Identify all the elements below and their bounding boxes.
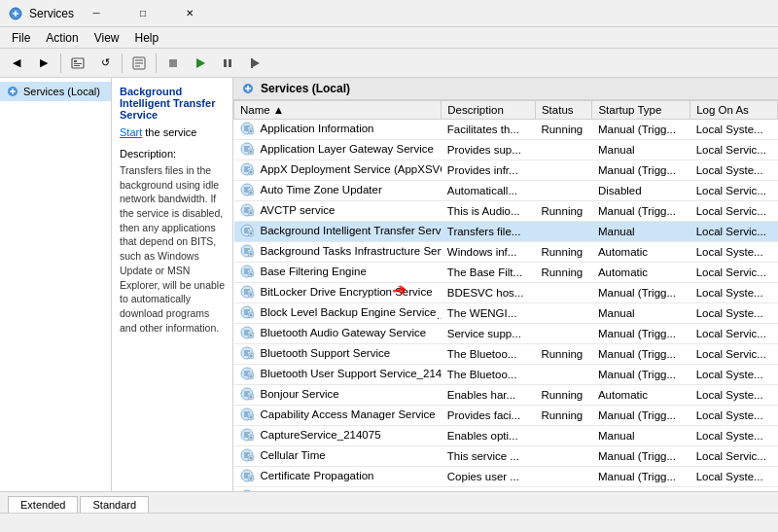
- col-logon[interactable]: Log On As: [690, 101, 778, 120]
- svg-rect-12: [229, 59, 231, 67]
- col-name[interactable]: Name ▲: [234, 101, 442, 120]
- svg-rect-3: [74, 63, 82, 64]
- table-row[interactable]: Application InformationFacilitates th...…: [234, 120, 778, 140]
- forward-button[interactable]: ▶: [31, 52, 56, 75]
- refresh-button[interactable]: ↺: [92, 52, 118, 75]
- service-logon: Local Servic...: [690, 181, 778, 201]
- tab-standard[interactable]: Standard: [80, 496, 149, 513]
- services-section-icon: [241, 82, 255, 95]
- up-button[interactable]: [65, 52, 90, 75]
- service-name: Base Filtering Engine: [234, 263, 442, 283]
- service-status: Running: [535, 385, 591, 406]
- services-table-wrapper: Services (Local) Name ▲ Description Stat…: [233, 78, 778, 491]
- service-status: [535, 181, 591, 201]
- menu-action[interactable]: Action: [38, 29, 86, 47]
- table-row[interactable]: Bluetooth User Support Service_214075The…: [234, 365, 778, 385]
- service-status: [535, 160, 591, 181]
- service-logon: Local Servic...: [690, 140, 778, 160]
- service-logon: Local Syste...: [690, 242, 778, 263]
- svg-point-53: [241, 490, 253, 491]
- col-description[interactable]: Description: [442, 101, 536, 120]
- service-logon: Local Servic...: [690, 446, 778, 467]
- sidebar-label: Services (Local): [23, 86, 100, 97]
- service-status: Running: [535, 201, 591, 222]
- service-logon: Local Syste...: [690, 467, 778, 487]
- service-logon: Local Servic...: [690, 344, 778, 365]
- service-logon: Local Syste...: [690, 487, 778, 492]
- service-logon: Local Syste...: [690, 365, 778, 385]
- service-description: Service supp...: [442, 324, 536, 344]
- info-panel: Background Intelligent Transfer Service …: [112, 78, 233, 491]
- table-row[interactable]: Client License Service (ClipSVC)Provides…: [234, 487, 778, 492]
- services-table: Name ▲ Description Status Startup Type L…: [233, 100, 778, 491]
- table-row[interactable]: Block Level Backup Engine ServiceThe WEN…: [234, 303, 778, 324]
- properties-button[interactable]: [126, 52, 152, 75]
- service-name: Certificate Propagation: [234, 467, 442, 487]
- play-button[interactable]: [188, 52, 213, 75]
- stop-button[interactable]: [160, 52, 186, 75]
- table-row[interactable]: Background Intelligent Transfer ServiceT…: [234, 222, 778, 242]
- table-row[interactable]: Base Filtering EngineThe Base Filt...Run…: [234, 263, 778, 283]
- close-button[interactable]: ✕: [167, 0, 212, 27]
- sidebar-item-services-local[interactable]: Services (Local): [0, 82, 111, 101]
- back-button[interactable]: ◀: [4, 52, 29, 75]
- start-service-link[interactable]: Start: [120, 126, 142, 138]
- table-row[interactable]: AVCTP serviceThis is Audio...RunningManu…: [234, 201, 778, 222]
- service-name: Capability Access Manager Service: [234, 406, 442, 426]
- service-description: Enables har...: [442, 385, 536, 406]
- col-startup[interactable]: Startup Type: [592, 101, 690, 120]
- toolbar: ◀ ▶ ↺: [0, 49, 778, 78]
- service-status: [535, 303, 591, 324]
- service-startup: Manual (Trigg...: [592, 487, 690, 492]
- main-container: Services (Local) Background Intelligent …: [0, 78, 778, 491]
- service-status: [535, 426, 591, 446]
- service-startup: Manual (Trigg...: [592, 446, 690, 467]
- service-startup: Manual (Trigg...: [592, 324, 690, 344]
- pause-button[interactable]: [215, 52, 240, 75]
- service-description: The Bluetoo...: [442, 365, 536, 385]
- col-status[interactable]: Status: [535, 101, 591, 120]
- table-row[interactable]: Bonjour ServiceEnables har...RunningAuto…: [234, 385, 778, 406]
- table-row[interactable]: Capability Access Manager ServiceProvide…: [234, 406, 778, 426]
- service-startup: Manual (Trigg...: [592, 201, 690, 222]
- table-row[interactable]: Certificate PropagationCopies user ...Ma…: [234, 467, 778, 487]
- service-status: Running: [535, 263, 591, 283]
- service-startup: Manual: [592, 303, 690, 324]
- table-row[interactable]: Background Tasks Infrastructure ServiceW…: [234, 242, 778, 263]
- menu-file[interactable]: File: [4, 29, 38, 47]
- table-row[interactable]: Cellular TimeThis service ...Manual (Tri…: [234, 446, 778, 467]
- table-row[interactable]: Bluetooth Audio Gateway ServiceService s…: [234, 324, 778, 344]
- restart-button[interactable]: [242, 52, 267, 75]
- service-description: Copies user ...: [442, 467, 536, 487]
- services-table-container[interactable]: Name ▲ Description Status Startup Type L…: [233, 100, 778, 491]
- table-row[interactable]: Auto Time Zone UpdaterAutomaticall...Dis…: [234, 181, 778, 201]
- svg-rect-4: [74, 65, 80, 66]
- service-description: The Base Filt...: [442, 263, 536, 283]
- service-name: Auto Time Zone Updater: [234, 181, 442, 201]
- table-row[interactable]: CaptureService_214075Enables opti...Manu…: [234, 426, 778, 446]
- services-section-label: Services (Local): [261, 82, 350, 95]
- service-description: Provides infr...: [442, 160, 536, 181]
- service-startup: Manual (Trigg...: [592, 120, 690, 140]
- table-row[interactable]: AppX Deployment Service (AppXSVC)Provide…: [234, 160, 778, 181]
- service-logon: Local Servic...: [690, 222, 778, 242]
- service-status: Running: [535, 344, 591, 365]
- table-row[interactable]: Application Layer Gateway ServiceProvide…: [234, 140, 778, 160]
- service-status: [535, 324, 591, 344]
- service-status: [535, 487, 591, 492]
- minimize-button[interactable]: ─: [74, 0, 119, 27]
- title-bar: Services ─ □ ✕: [0, 0, 778, 27]
- service-logon: Local Syste...: [690, 426, 778, 446]
- table-row[interactable]: Bluetooth Support ServiceThe Bluetoo...R…: [234, 344, 778, 365]
- maximize-button[interactable]: □: [121, 0, 165, 27]
- menu-help[interactable]: Help: [127, 29, 167, 47]
- service-description: BDESVC hos...: [442, 283, 536, 303]
- tab-extended[interactable]: Extended: [8, 496, 78, 513]
- service-name: CaptureService_214075: [234, 426, 442, 446]
- menu-view[interactable]: View: [87, 29, 127, 47]
- service-name: Application Layer Gateway Service: [234, 140, 442, 160]
- table-row[interactable]: BitLocker Drive Encryption ServiceBDESVC…: [234, 283, 778, 303]
- service-startup: Manual (Trigg...: [592, 406, 690, 426]
- service-description: The Bluetoo...: [442, 344, 536, 365]
- service-description: Provides sup...: [442, 140, 536, 160]
